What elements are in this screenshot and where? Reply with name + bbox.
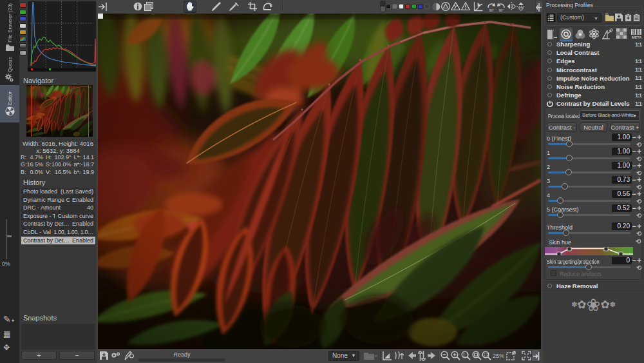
svg-text:90°: 90°: [489, 8, 495, 12]
svg-text:1:1: 1:1: [463, 353, 469, 357]
svg-text:90°: 90°: [499, 8, 504, 12]
svg-text:META: META: [632, 35, 641, 39]
